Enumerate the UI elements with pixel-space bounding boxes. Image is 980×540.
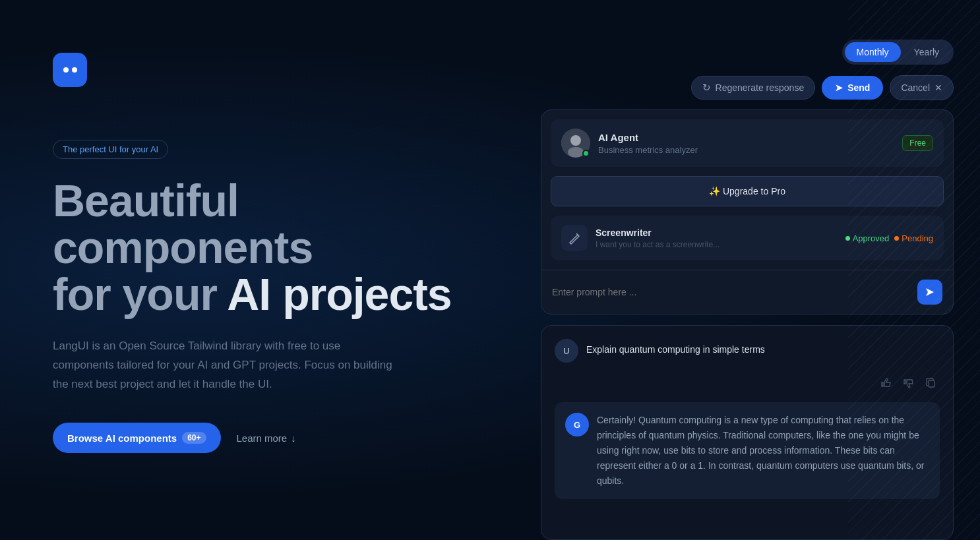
top-controls: Monthly Yearly [541, 40, 954, 65]
screenwriter-icon [561, 225, 588, 251]
agent-info: AI Agent Business metrics analyzer [598, 132, 894, 155]
cancel-icon: ✕ [934, 82, 942, 93]
agent-free-badge: Free [902, 135, 933, 151]
hero-heading: Beautiful components for your AI project… [53, 177, 488, 318]
browse-label: Browse AI components [67, 433, 177, 444]
learn-more-arrow: ↓ [291, 433, 296, 444]
user-message: U Explain quantum computing in simple te… [555, 339, 940, 363]
thumbs-down-icon[interactable] [900, 376, 917, 393]
copy-icon[interactable] [923, 376, 940, 393]
billing-toggle: Monthly Yearly [842, 40, 954, 65]
right-panel: Monthly Yearly ↻ Regenerate response ➤ S… [541, 0, 980, 540]
logo-dot-2 [72, 67, 77, 73]
chat-messages: U Explain quantum computing in simple te… [541, 325, 954, 540]
cta-row: Browse AI components 60+ Learn more ↓ [53, 423, 488, 453]
cancel-button[interactable]: Cancel ✕ [890, 75, 954, 100]
svg-point-2 [568, 147, 584, 158]
chat-container: AI Agent Business metrics analyzer Free … [541, 109, 954, 315]
hero-content: The perfect UI for your AI Beautiful com… [53, 140, 488, 454]
message-actions [555, 376, 940, 393]
left-panel: The perfect UI for your AI Beautiful com… [0, 0, 541, 540]
logo-dot-1 [63, 67, 69, 73]
hero-heading-line2: for your [53, 269, 227, 319]
prompt-send-button[interactable] [917, 280, 942, 305]
action-controls: ↻ Regenerate response ➤ Send Cancel ✕ [541, 75, 954, 100]
ai-message-text: Certainly! Quantum computing is a new ty… [597, 413, 929, 489]
user-message-text: Explain quantum computing in simple term… [586, 339, 940, 355]
learn-more-label: Learn more [237, 433, 288, 444]
approved-badge: Approved [845, 233, 890, 243]
pending-badge: Pending [894, 233, 933, 243]
upgrade-button[interactable]: ✨ Upgrade to Pro [551, 176, 944, 206]
hero-heading-highlight: AI projects [227, 269, 451, 319]
pending-dot [894, 236, 899, 241]
prompt-row [541, 270, 953, 314]
screenwriter-description: I want you to act as a screenwrite... [596, 240, 838, 249]
cancel-label: Cancel [901, 82, 930, 93]
yearly-toggle[interactable]: Yearly [902, 42, 951, 62]
send-button[interactable]: ➤ Send [822, 76, 883, 100]
ai-avatar: G [565, 413, 589, 436]
agent-description: Business metrics analyzer [598, 145, 894, 155]
svg-rect-3 [929, 380, 934, 387]
regenerate-button[interactable]: ↻ Regenerate response [691, 76, 816, 100]
screenwriter-info: Screenwriter I want you to act as a scre… [596, 227, 838, 249]
ai-message: G Certainly! Quantum computing is a new … [555, 402, 940, 499]
learn-more-button[interactable]: Learn more ↓ [237, 433, 296, 444]
hero-heading-line1: Beautiful components [53, 175, 313, 272]
hero-tag: The perfect UI for your AI [53, 140, 168, 159]
logo [53, 53, 87, 87]
svg-point-1 [570, 135, 581, 146]
logo-dots [63, 67, 77, 73]
screenwriter-card: Screenwriter I want you to act as a scre… [551, 216, 944, 260]
user-avatar: U [555, 339, 578, 363]
agent-avatar [561, 129, 590, 158]
hero-tag-text: The perfect UI for your AI [63, 144, 158, 154]
browse-components-button[interactable]: Browse AI components 60+ [53, 423, 221, 453]
send-icon: ➤ [835, 82, 843, 93]
regen-label: Regenerate response [716, 82, 805, 93]
monthly-toggle[interactable]: Monthly [845, 42, 901, 62]
agent-card: AI Agent Business metrics analyzer Free [551, 119, 944, 167]
prompt-input[interactable] [552, 287, 911, 297]
hero-description: LangUI is an Open Source Tailwind librar… [53, 337, 402, 394]
components-count-badge: 60+ [182, 432, 206, 444]
approved-dot [845, 236, 850, 241]
regen-icon: ↻ [702, 82, 711, 94]
send-label: Send [847, 82, 870, 93]
agent-online-indicator [582, 150, 590, 157]
status-badges: Approved Pending [845, 233, 933, 243]
main-container: The perfect UI for your AI Beautiful com… [0, 0, 980, 540]
agent-name: AI Agent [598, 132, 894, 143]
thumbs-up-icon[interactable] [878, 376, 895, 393]
screenwriter-name: Screenwriter [596, 227, 838, 238]
